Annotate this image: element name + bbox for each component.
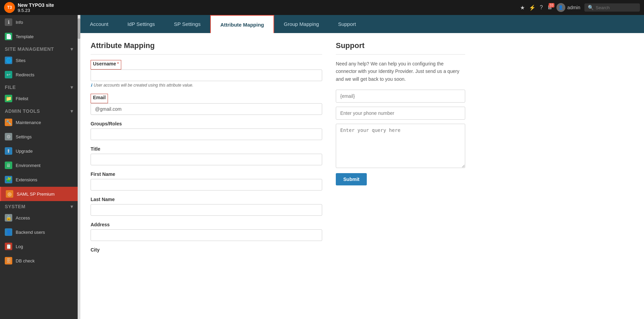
title-group: Title (91, 146, 322, 165)
sidebar-item-backend_users[interactable]: 👤 Backend users (0, 225, 78, 239)
topbar-actions: ★ ⚡ ? 🖥 33 👤 admin 🔍 (520, 3, 640, 12)
content-area: AccountIdP SettingsSP SettingsAttribute … (80, 15, 644, 319)
sidebar: ℹ Info 📄 Template Site Management▾ 🌐 Sit… (0, 15, 78, 319)
sidebar-item-info[interactable]: ℹ Info (0, 15, 78, 29)
sidebar-label-access: Access (16, 215, 30, 221)
tab-account[interactable]: Account (80, 15, 118, 33)
city-group: City (91, 247, 322, 255)
tab-nav: AccountIdP SettingsSP SettingsAttribute … (80, 15, 644, 33)
sidebar-item-sites[interactable]: 🌐 Sites (0, 53, 78, 67)
main-layout: ℹ Info 📄 Template Site Management▾ 🌐 Sit… (0, 15, 644, 319)
sidebar-item-saml_sp_premium[interactable]: ◎ SAML SP Premium (0, 187, 78, 201)
tab-sp_settings[interactable]: SP Settings (164, 15, 210, 33)
sidebar-label-environment: Environment (16, 163, 41, 168)
username-label: Username (93, 61, 116, 66)
notifications-icon[interactable]: 🖥 33 (547, 4, 552, 11)
sidebar-label-template: Template (16, 34, 34, 39)
sidebar-icon-template: 📄 (5, 33, 12, 40)
sidebar-icon-info: ℹ (5, 18, 12, 26)
title-label: Title (91, 146, 100, 152)
sidebar-label-saml_sp_premium: SAML SP Premium (17, 192, 54, 197)
attribute-mapping-form: Attribute Mapping Username* ℹUser accoun… (91, 41, 322, 311)
submit-button[interactable]: Submit (336, 173, 367, 185)
topbar-site-name: New TYPO3 site 9.5.23 (18, 2, 54, 13)
sidebar-scroll-thumb[interactable] (78, 18, 80, 39)
support-email-input[interactable] (336, 90, 465, 103)
sidebar-label-backend_users: Backend users (16, 230, 45, 235)
sidebar-icon-maintenance: 🔧 (5, 119, 12, 126)
sidebar-icon-log: 📋 (5, 243, 12, 250)
sidebar-icon-db_check: 🗄 (5, 257, 12, 264)
sidebar-icon-redirects: ↩ (5, 71, 12, 78)
tab-group_mapping[interactable]: Group Mapping (274, 15, 328, 33)
sidebar-item-db_check[interactable]: 🗄 DB check (0, 254, 78, 268)
sidebar-label-redirects: Redirects (16, 72, 34, 77)
email-input[interactable] (91, 103, 322, 115)
sidebar-item-environment[interactable]: 🖥 Environment (0, 158, 78, 172)
email-group: Email (91, 94, 322, 115)
support-phone-input[interactable] (336, 107, 465, 120)
sidebar-item-filelist[interactable]: 📁 Filelist (0, 91, 78, 106)
last-name-group: Last Name (91, 197, 322, 216)
page-content: Attribute Mapping Username* ℹUser accoun… (80, 33, 644, 319)
lightning-icon[interactable]: ⚡ (529, 4, 536, 11)
last-name-input[interactable] (91, 204, 322, 216)
sidebar-icon-filelist: 📁 (5, 95, 12, 102)
sidebar-label-sites: Sites (16, 58, 26, 63)
user-menu[interactable]: 👤 admin (556, 3, 580, 12)
form-title: Attribute Mapping (91, 41, 322, 55)
sidebar-item-maintenance[interactable]: 🔧 Maintenance (0, 115, 78, 130)
search-input[interactable] (596, 5, 637, 10)
groups-roles-group: Groups/Roles (91, 121, 322, 140)
sidebar-icon-sites: 🌐 (5, 57, 12, 64)
username-hint: ℹUser accounts will be created using thi… (91, 83, 322, 88)
star-icon[interactable]: ★ (520, 4, 525, 11)
email-label: Email (93, 95, 106, 100)
sidebar-item-template[interactable]: 📄 Template (0, 29, 78, 44)
address-input[interactable] (91, 229, 322, 241)
sidebar-item-redirects[interactable]: ↩ Redirects (0, 67, 78, 82)
search-box[interactable]: 🔍 (584, 3, 640, 12)
sidebar-label-db_check: DB check (16, 258, 35, 263)
last-name-label: Last Name (91, 197, 115, 202)
support-query-textarea[interactable] (336, 124, 465, 168)
support-section: Support Need any help? We can help you i… (336, 41, 465, 311)
sidebar-scrollbar[interactable] (78, 15, 80, 319)
sidebar-icon-backend_users: 👤 (5, 228, 12, 236)
sidebar-item-log[interactable]: 📋 Log (0, 239, 78, 254)
sidebar-item-upgrade[interactable]: ⬆ Upgrade (0, 144, 78, 158)
tab-idp_settings[interactable]: IdP Settings (118, 15, 164, 33)
sidebar-section-section_site_management: Site Management▾ (0, 44, 78, 53)
address-group: Address (91, 222, 322, 241)
sidebar-section-section_system: System▾ (0, 201, 78, 211)
typo3-logo-icon: T3 (4, 2, 15, 13)
sidebar-label-settings: Settings (16, 134, 32, 139)
help-icon[interactable]: ? (540, 4, 543, 11)
title-input[interactable] (91, 154, 322, 165)
sidebar-section-section_file: File▾ (0, 82, 78, 91)
avatar: 👤 (556, 3, 565, 12)
topbar: T3 New TYPO3 site 9.5.23 ★ ⚡ ? 🖥 33 👤 ad… (0, 0, 644, 15)
sidebar-icon-access: 🔒 (5, 214, 12, 222)
first-name-label: First Name (91, 171, 115, 177)
tab-support[interactable]: Support (329, 15, 366, 33)
sidebar-item-settings[interactable]: ⚙ Settings (0, 130, 78, 144)
first-name-input[interactable] (91, 179, 322, 191)
sidebar-item-access[interactable]: 🔒 Access (0, 211, 78, 225)
sidebar-label-extensions: Extensions (16, 177, 37, 182)
sidebar-item-extensions[interactable]: 🧩 Extensions (0, 172, 78, 187)
sidebar-label-log: Log (16, 244, 23, 249)
username-input[interactable] (91, 70, 322, 81)
address-label: Address (91, 222, 110, 227)
support-description: Need any help? We can help you in config… (336, 60, 465, 83)
sidebar-label-filelist: Filelist (16, 96, 28, 101)
sidebar-section-section_admin_tools: Admin Tools▾ (0, 106, 78, 115)
tab-attribute_mapping[interactable]: Attribute Mapping (210, 15, 274, 34)
topbar-logo: T3 New TYPO3 site 9.5.23 (4, 2, 54, 13)
groups-roles-input[interactable] (91, 128, 322, 140)
sidebar-icon-upgrade: ⬆ (5, 147, 12, 155)
sidebar-label-info: Info (16, 20, 23, 25)
search-icon: 🔍 (588, 5, 594, 10)
username-group: Username* ℹUser accounts will be created… (91, 60, 322, 88)
city-label: City (91, 247, 99, 253)
